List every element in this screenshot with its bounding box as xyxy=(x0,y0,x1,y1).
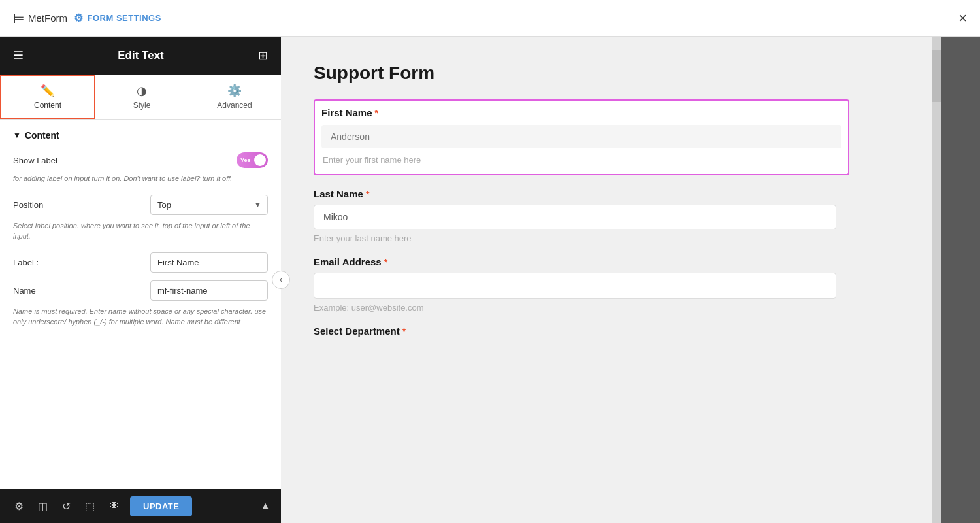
close-button[interactable]: × xyxy=(958,10,967,27)
name-hint: Name is must required. Enter name withou… xyxy=(13,306,268,328)
sidebar-content: ▼ Content Show Label Yes for adding labe… xyxy=(0,120,281,489)
toggle-track: Yes xyxy=(237,152,268,168)
sidebar-header: ☰ Edit Text ⊞ xyxy=(0,37,281,75)
tab-content[interactable]: ✏️ Content xyxy=(0,75,95,119)
footer-responsive-button[interactable]: ⬚ xyxy=(81,496,99,516)
sidebar: ☰ Edit Text ⊞ ✏️ Content ◑ Style ⚙️ Adva… xyxy=(0,37,281,523)
first-name-label: First Name xyxy=(321,107,372,118)
advanced-tab-icon: ⚙️ xyxy=(227,84,242,98)
department-label: Select Department xyxy=(314,326,400,337)
form-field-first-name: First Name * Anderson Enter your first n… xyxy=(314,99,849,175)
tab-advanced[interactable]: ⚙️ Advanced xyxy=(188,75,281,119)
position-hint: Select label position. where you want to… xyxy=(13,220,268,242)
first-name-required-star: * xyxy=(375,108,378,118)
tab-area: ✏️ Content ◑ Style ⚙️ Advanced xyxy=(0,75,281,120)
form-title: Support Form xyxy=(314,63,836,84)
name-field-label: Name xyxy=(13,286,36,295)
collapse-sidebar-button[interactable]: ‹ xyxy=(272,271,290,289)
position-row: Position Top Left ▼ xyxy=(13,195,268,215)
preview-inner: Support Form First Name * Anderson Enter… xyxy=(281,37,869,376)
content-tab-label: Content xyxy=(34,101,61,110)
email-input[interactable] xyxy=(314,273,836,299)
section-arrow-icon: ▼ xyxy=(13,131,21,140)
app-logo: ⊨ MetForm xyxy=(13,10,67,26)
top-bar: ⊨ MetForm ⚙ FORM SETTINGS × xyxy=(0,0,980,37)
first-name-input-value[interactable]: Anderson xyxy=(321,125,841,148)
email-label: Email Address xyxy=(314,256,382,267)
update-button[interactable]: UPDATE xyxy=(130,496,192,516)
logo-icon: ⊨ xyxy=(13,10,24,26)
scrollbar-thumb xyxy=(932,50,941,102)
grid-icon[interactable]: ⊞ xyxy=(258,48,268,63)
style-tab-icon: ◑ xyxy=(137,84,147,98)
footer-preview-button[interactable]: 👁 xyxy=(105,496,123,516)
footer-layers-button[interactable]: ◫ xyxy=(34,496,52,516)
last-name-label: Last Name xyxy=(314,188,363,199)
footer-settings-button[interactable]: ⚙ xyxy=(10,496,27,516)
label-field-row: Label : xyxy=(13,252,268,273)
show-label-row: Show Label Yes xyxy=(13,152,268,168)
section-header-content: ▼ Content xyxy=(13,130,268,141)
department-required-star: * xyxy=(402,326,406,337)
footer-history-button[interactable]: ↺ xyxy=(58,496,74,516)
email-required-star: * xyxy=(384,257,387,267)
last-name-input[interactable]: Mikoo xyxy=(314,205,836,229)
sidebar-footer: ⚙ ◫ ↺ ⬚ 👁 UPDATE ▲ xyxy=(0,489,281,523)
position-select-wrapper: Top Left ▼ xyxy=(150,195,268,215)
advanced-tab-label: Advanced xyxy=(217,101,252,110)
label-field-input[interactable] xyxy=(150,252,268,273)
logo-text: MetForm xyxy=(28,12,67,24)
form-settings-button[interactable]: ⚙ FORM SETTINGS xyxy=(74,12,161,24)
form-field-last-name: Last Name * Mikoo Enter your last name h… xyxy=(314,188,836,243)
email-placeholder: Example: user@website.com xyxy=(314,299,836,312)
last-name-required-star: * xyxy=(366,189,369,199)
chevron-up-button[interactable]: ▲ xyxy=(260,500,270,512)
name-field-row: Name xyxy=(13,280,268,301)
scrollbar[interactable] xyxy=(932,37,941,523)
position-select[interactable]: Top Left xyxy=(150,195,268,215)
show-label-toggle[interactable]: Yes xyxy=(237,152,268,168)
last-name-label-row: Last Name * xyxy=(314,188,836,199)
form-field-department: Select Department * xyxy=(314,326,836,337)
preview-area: Support Form First Name * Anderson Enter… xyxy=(281,37,941,523)
department-label-row: Select Department * xyxy=(314,326,836,337)
form-field-email: Email Address * Example: user@website.co… xyxy=(314,256,836,312)
show-label-hint: for adding label on input turn it on. Do… xyxy=(13,173,268,184)
toggle-yes-label: Yes xyxy=(240,157,251,163)
content-tab-icon: ✏️ xyxy=(41,84,55,98)
name-field-input[interactable] xyxy=(150,280,268,301)
label-field-label: Label : xyxy=(13,258,39,267)
gear-icon: ⚙ xyxy=(74,12,84,24)
style-tab-label: Style xyxy=(133,101,151,110)
top-bar-left: ⊨ MetForm ⚙ FORM SETTINGS xyxy=(13,10,161,26)
last-name-placeholder: Enter your last name here xyxy=(314,229,836,243)
section-title: Content xyxy=(25,130,59,141)
toggle-thumb xyxy=(254,154,266,166)
sidebar-title: Edit Text xyxy=(118,49,164,62)
first-name-placeholder: Enter your first name here xyxy=(321,152,841,167)
tab-style[interactable]: ◑ Style xyxy=(95,75,188,119)
first-name-label-row: First Name * xyxy=(321,107,841,118)
main-area: ☰ Edit Text ⊞ ✏️ Content ◑ Style ⚙️ Adva… xyxy=(0,37,980,523)
email-label-row: Email Address * xyxy=(314,256,836,267)
position-field-label: Position xyxy=(13,200,43,210)
hamburger-icon[interactable]: ☰ xyxy=(13,48,24,63)
show-label-field-label: Show Label xyxy=(13,156,57,165)
right-dark-area xyxy=(941,37,980,523)
